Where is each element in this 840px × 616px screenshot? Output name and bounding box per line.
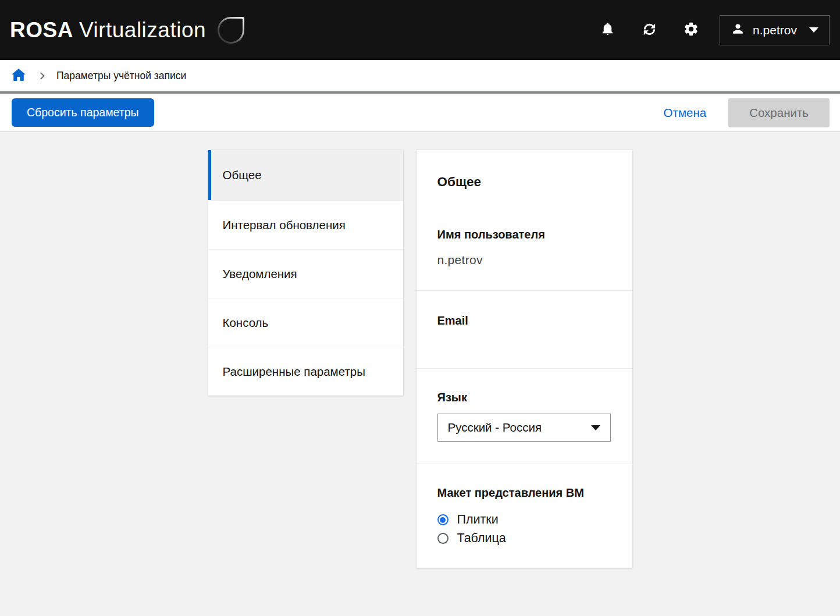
- main-content: Общее Интервал обновления Уведомления Ко…: [0, 132, 840, 616]
- save-button[interactable]: Сохранить: [728, 98, 830, 127]
- chevron-down-icon: [591, 425, 600, 430]
- reset-parameters-button[interactable]: Сбросить параметры: [12, 98, 154, 127]
- masthead-actions: n.petrov: [594, 15, 830, 45]
- tab-label: Интервал обновления: [223, 218, 346, 232]
- tab-notifications[interactable]: Уведомления: [208, 249, 403, 298]
- brand-text: ROSAVirtualization: [10, 18, 206, 42]
- language-select-value: Русский - Россия: [448, 421, 542, 435]
- language-label: Язык: [437, 391, 611, 404]
- email-label: Email: [437, 314, 611, 327]
- breadcrumb-current-page: Параметры учётной записи: [56, 70, 186, 82]
- breadcrumb-home-link[interactable]: [12, 69, 26, 83]
- cancel-button[interactable]: Отмена: [664, 106, 707, 120]
- username-value: n.petrov: [437, 253, 611, 267]
- tab-refresh-interval[interactable]: Интервал обновления: [208, 200, 403, 249]
- radio-option-table[interactable]: Таблица: [437, 531, 611, 546]
- home-icon: [12, 69, 26, 83]
- user-name: n.petrov: [753, 23, 797, 37]
- radio-checked-icon[interactable]: [437, 514, 449, 525]
- rosa-logo-mark-icon: [218, 17, 244, 44]
- tab-label: Консоль: [223, 316, 269, 330]
- tab-console[interactable]: Консоль: [208, 298, 403, 347]
- section-general: Общее Имя пользователя n.petrov: [417, 150, 632, 291]
- breadcrumb-chevron-icon: [37, 72, 45, 80]
- section-vm-layout: Макет представления ВМ Плитки Таблица: [417, 464, 632, 568]
- actions-toolbar: Сбросить параметры Отмена Сохранить: [0, 94, 840, 132]
- radio-option-tiles[interactable]: Плитки: [437, 512, 611, 527]
- section-email: Email: [417, 291, 632, 369]
- radio-option-label: Плитки: [457, 512, 499, 527]
- panel-title: Общее: [437, 175, 611, 190]
- tab-label: Общее: [223, 168, 262, 182]
- radio-unchecked-icon[interactable]: [437, 533, 449, 544]
- brand-name-light: Virtualization: [79, 18, 206, 42]
- masthead: ROSAVirtualization n.petrov: [0, 0, 840, 60]
- general-settings-panel: Общее Имя пользователя n.petrov Email Яз…: [417, 150, 632, 568]
- refresh-icon: [641, 21, 658, 40]
- tab-advanced[interactable]: Расширенные параметры: [208, 347, 403, 396]
- tab-label: Уведомления: [223, 267, 297, 281]
- settings-button[interactable]: [678, 17, 704, 44]
- notifications-button[interactable]: [594, 17, 621, 44]
- tab-label: Расширенные параметры: [223, 365, 365, 379]
- radio-option-label: Таблица: [457, 531, 506, 546]
- language-select[interactable]: Русский - Россия: [437, 414, 611, 441]
- username-label: Имя пользователя: [437, 228, 611, 241]
- vm-layout-radio-group: Плитки Таблица: [437, 512, 611, 546]
- bell-icon: [600, 22, 615, 39]
- breadcrumb: Параметры учётной записи: [0, 60, 840, 94]
- brand-name-bold: ROSA: [10, 18, 73, 42]
- caret-down-icon: [809, 27, 818, 33]
- tab-general[interactable]: Общее: [208, 150, 403, 200]
- user-avatar-icon: [731, 22, 745, 38]
- settings-tab-list: Общее Интервал обновления Уведомления Ко…: [208, 150, 403, 396]
- brand-logo[interactable]: ROSAVirtualization: [10, 17, 244, 44]
- user-menu-dropdown[interactable]: n.petrov: [720, 15, 830, 45]
- vm-layout-label: Макет представления ВМ: [437, 486, 611, 500]
- section-language: Язык Русский - Россия: [417, 369, 632, 464]
- gear-icon: [683, 21, 699, 39]
- refresh-button[interactable]: [636, 17, 663, 44]
